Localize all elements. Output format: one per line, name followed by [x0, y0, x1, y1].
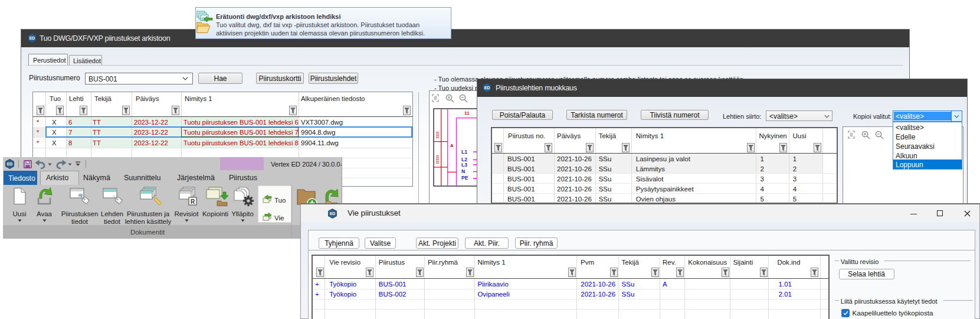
svg-text:A: A [450, 143, 454, 148]
svg-text:11: 11 [464, 110, 470, 116]
svg-text:PE: PE [461, 175, 468, 181]
svg-text:L1: L1 [461, 149, 467, 155]
svg-text:ED: ED [30, 36, 35, 40]
svg-text:N: N [461, 168, 465, 174]
svg-text:ED: ED [7, 162, 13, 166]
svg-text:ED: ED [330, 211, 336, 216]
svg-text:L3: L3 [461, 162, 467, 168]
svg-text:R: R [191, 198, 195, 205]
svg-text:ED: ED [484, 86, 490, 90]
